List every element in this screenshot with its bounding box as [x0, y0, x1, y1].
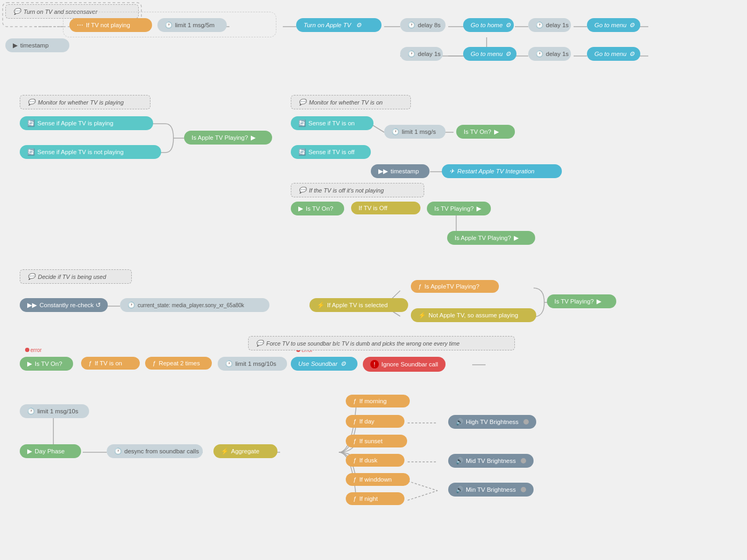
- mid-brightness-node[interactable]: 🔊 Mid TV Brightness: [448, 454, 534, 468]
- if-night-node[interactable]: ƒ If night: [346, 492, 404, 505]
- arrow-icon: ▶: [13, 42, 18, 49]
- limit-1s-node[interactable]: 🕐 limit 1 msg/s: [384, 125, 446, 139]
- use-soundbar-node[interactable]: Use Soundbar ⚙: [291, 357, 357, 371]
- send-icon: ✈: [449, 167, 455, 175]
- arrow-right-icon-5: ▶: [597, 298, 601, 305]
- min-brightness-node[interactable]: 🔊 Min TV Brightness: [448, 483, 534, 497]
- if-winddown-node[interactable]: ƒ If winddown: [346, 473, 410, 486]
- comment-icon-2: 💬: [28, 99, 35, 106]
- arrow-right-icon-4: ▶: [514, 234, 519, 242]
- arrow-right-icon: ▶: [251, 134, 256, 141]
- ignore-soundbar-node[interactable]: ! Ignore Soundbar call: [363, 357, 446, 372]
- arrow-right-icon-3: ▶: [476, 205, 481, 212]
- limit-10s-node[interactable]: 🕐 limit 1 msg/10s: [218, 357, 287, 371]
- not-apple-tv-node[interactable]: ⚡ Not Apple TV, so assume playing: [411, 308, 536, 322]
- settings-icon-3: ⚙: [629, 21, 634, 29]
- func-icon-4: ƒ: [353, 398, 356, 404]
- func-icon-2: ƒ: [89, 360, 92, 366]
- func-icon-9: ƒ: [353, 495, 356, 502]
- aggregate-node[interactable]: ⚡ Aggregate: [213, 444, 277, 458]
- sound-icon-2: 🔊: [456, 457, 463, 465]
- func-icon-7: ƒ: [353, 457, 356, 463]
- clock-icon-8: 🕐: [225, 360, 233, 367]
- sound-icon: 🔊: [456, 418, 463, 426]
- is-appletv-playing-node[interactable]: ƒ Is AppleTV Playing?: [411, 280, 499, 293]
- delay-1s-2-node[interactable]: 🕐 delay 1s: [400, 47, 443, 61]
- timestamp-node-top[interactable]: ▶ timestamp: [5, 38, 69, 52]
- sync-icon-3: 🔄: [298, 119, 306, 127]
- high-brightness-node[interactable]: 🔊 High TV Brightness: [448, 415, 536, 429]
- if-day-node[interactable]: ƒ If day: [346, 415, 404, 428]
- is-tv-playing-2-node[interactable]: Is TV Playing? ▶: [547, 294, 616, 308]
- go-menu-1-node[interactable]: Go to menu ⚙: [587, 18, 640, 32]
- day-phase-node[interactable]: ▶ Day Phase: [20, 444, 81, 458]
- comment-icon: 💬: [13, 8, 21, 15]
- current-state-node[interactable]: 🕐 current_state: media_player.sony_xr_65…: [120, 298, 269, 312]
- settings-icon-5: ⚙: [629, 50, 634, 58]
- comment-decide-tv: 💬 Decide if TV is being used: [20, 269, 132, 284]
- split-icon-2: ⚡: [418, 311, 426, 319]
- if-tv-is-off-node[interactable]: If TV is Off: [351, 202, 420, 214]
- sense-tv-on-node[interactable]: 🔄 Sense if TV is on: [291, 116, 374, 130]
- settings-icon-6: ⚙: [340, 360, 346, 367]
- clock-icon-6: 🕐: [392, 128, 399, 135]
- is-tv-on-1-node[interactable]: Is TV On? ▶: [456, 125, 515, 139]
- restart-apple-tv-node[interactable]: ✈ Restart Apple TV Integration: [442, 164, 562, 178]
- is-tv-on-3-node[interactable]: ▶ Is TV On?: [20, 357, 73, 371]
- func-icon-3: ƒ: [153, 360, 156, 366]
- if-apple-tv-selected-node[interactable]: ⚡ If Apple TV is selected: [309, 298, 408, 312]
- if-tv-is-on-node[interactable]: ƒ If TV is on: [81, 357, 140, 370]
- comment-icon-3: 💬: [299, 99, 306, 106]
- if-tv-not-playing-node[interactable]: ⋯ If TV not playing: [69, 18, 152, 32]
- go-home-node[interactable]: Go to home ⚙: [463, 18, 514, 32]
- timestamp-2-node[interactable]: ▶▶ timestamp: [371, 164, 430, 178]
- desync-soundbar-node[interactable]: 🕐 desync from soundbar calls: [107, 444, 203, 458]
- go-menu-3-node[interactable]: Go to menu ⚙: [587, 47, 640, 61]
- limit-10s-2-node[interactable]: 🕐 limit 1 msg/10s: [20, 404, 89, 418]
- go-menu-2-node[interactable]: Go to menu ⚙: [463, 47, 516, 61]
- sense-apple-playing-node[interactable]: 🔄 Sense if Apple TV is playing: [20, 116, 153, 130]
- clock-icon-4: 🕐: [408, 50, 415, 58]
- repeat-2-times-node[interactable]: ƒ Repeat 2 times: [145, 357, 212, 370]
- comment-icon-5: 💬: [28, 273, 35, 280]
- svg-line-47: [408, 481, 438, 491]
- warning-icon: !: [370, 360, 379, 369]
- arrow-icon-5: ▶: [27, 360, 32, 367]
- is-apple-tv-playing-1-node[interactable]: Is Apple TV Playing? ▶: [184, 131, 272, 145]
- sync-icon-4: 🔄: [298, 148, 306, 156]
- clock-icon-9: 🕐: [27, 407, 35, 415]
- is-tv-playing-1-node[interactable]: Is TV Playing? ▶: [427, 202, 491, 215]
- arrow-icon-6: ▶: [27, 447, 32, 455]
- sound-icon-3: 🔊: [456, 486, 463, 493]
- svg-line-48: [408, 491, 438, 500]
- sense-tv-off-node[interactable]: 🔄 Sense if TV is off: [291, 145, 371, 159]
- is-tv-on-2-node[interactable]: ▶ Is TV On?: [291, 202, 344, 215]
- if-sunset-node[interactable]: ƒ If sunset: [346, 435, 407, 447]
- arrow-right-icon-2: ▶: [494, 128, 499, 135]
- filter-icon: ⋯: [77, 21, 83, 29]
- comment-icon-4: 💬: [299, 187, 306, 194]
- arrow-icon-4: ▶▶: [27, 301, 37, 309]
- func-icon-8: ƒ: [353, 476, 356, 483]
- arrow-icon-3: ▶: [298, 205, 303, 212]
- clock-icon-7: 🕐: [128, 301, 135, 309]
- split-icon: ⚡: [317, 301, 324, 309]
- settings-icon-2: ⚙: [505, 21, 511, 29]
- if-morning-node[interactable]: ƒ If morning: [346, 395, 410, 407]
- delay-1s-1-node[interactable]: 🕐 delay 1s: [528, 18, 571, 32]
- arrow-icon-2: ▶▶: [378, 167, 388, 175]
- limit-5m-node[interactable]: 🕐 limit 1 msg/5m: [157, 18, 227, 32]
- sense-apple-not-playing-node[interactable]: 🔄 Sense if Apple TV is not playing: [20, 145, 161, 159]
- delay-1s-3-node[interactable]: 🕐 delay 1s: [528, 47, 571, 61]
- constantly-recheck-node[interactable]: ▶▶ Constantly re-check ↺: [20, 298, 108, 312]
- if-dusk-node[interactable]: ƒ If dusk: [346, 454, 404, 467]
- delay-8s-node[interactable]: 🕐 delay 8s: [400, 18, 446, 32]
- extra-dot: [523, 419, 529, 425]
- settings-icon: ⚙: [356, 21, 361, 29]
- comment-force-soundbar: 💬 Force TV to use soundbar b/c TV is dum…: [248, 336, 515, 350]
- func-icon: ƒ: [418, 283, 422, 290]
- comment-icon-6: 💬: [256, 340, 264, 347]
- is-apple-tv-playing-2-node[interactable]: Is Apple TV Playing? ▶: [447, 231, 535, 245]
- turn-on-apple-tv-node[interactable]: Turn on Apple TV ⚙: [296, 18, 382, 32]
- clock-icon-10: 🕐: [114, 447, 122, 455]
